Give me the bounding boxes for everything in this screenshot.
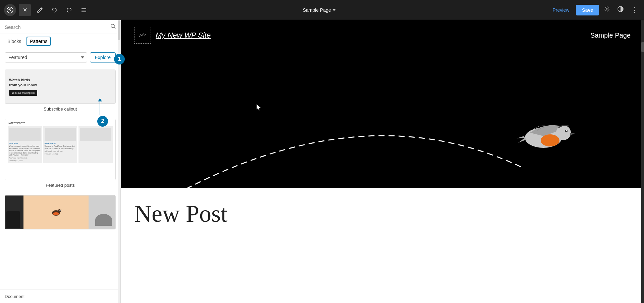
redo-button[interactable] [63, 4, 75, 16]
sidebar: 1 Blocks Patterns Featured Explore [0, 20, 121, 303]
featured-posts-preview: LATEST POSTS New Post When you see it, y… [5, 119, 115, 180]
fp-item-img-1 [9, 128, 41, 141]
fp-item-img-2 [45, 128, 76, 141]
explore-button[interactable]: Explore [90, 52, 116, 62]
search-input[interactable] [5, 24, 108, 30]
pattern-preview-birds [5, 195, 116, 229]
pattern-label-subscribe: Subscribe callout [5, 106, 116, 114]
subscribe-title: Watch birdsfrom your inbox [9, 78, 111, 87]
fp-item-title-2: Hello world! [45, 142, 76, 144]
undo-button[interactable] [48, 4, 60, 16]
fp-item-link-2: Add 'read more' link text. [45, 150, 76, 152]
category-select[interactable]: Featured [5, 52, 87, 62]
pattern-card-subscribe[interactable]: Watch birdsfrom your inbox Join our mail… [5, 70, 116, 114]
document-tab[interactable]: Document [5, 293, 24, 300]
site-logo [134, 27, 151, 44]
contrast-button[interactable] [615, 4, 626, 16]
logo-icon [139, 32, 147, 39]
sidebar-tabs: Blocks Patterns [0, 34, 120, 49]
canvas-hero: My New WP Site Sample Page [121, 20, 644, 188]
sidebar-content: Watch birdsfrom your inbox Join our mail… [0, 66, 120, 290]
toolbar-center: Sample Page [93, 7, 546, 13]
fp-item-1: New Post When you see it, you will know … [8, 126, 42, 163]
canvas-below: New Post [121, 188, 644, 303]
fp-item-3 [78, 126, 113, 163]
arrow-indicator [100, 98, 100, 115]
sample-page-link[interactable]: Sample Page [590, 32, 631, 39]
preview-button[interactable]: Preview [549, 5, 574, 15]
cursor [257, 104, 262, 112]
main-layout: 1 Blocks Patterns Featured Explore [0, 20, 644, 303]
edit-pencil-button[interactable] [34, 4, 46, 16]
fp-item-title-1: New Post [9, 142, 41, 144]
settings-button[interactable] [602, 4, 612, 16]
search-icon [110, 24, 116, 30]
svg-point-13 [541, 134, 559, 146]
birds-left-panel [5, 196, 23, 229]
site-title: My New WP Site [156, 31, 211, 40]
svg-line-7 [114, 27, 115, 29]
category-row: Featured Explore [0, 49, 120, 66]
fp-item-img-3 [80, 128, 111, 141]
new-post-title: New Post [134, 202, 631, 226]
tab-blocks[interactable]: Blocks [5, 37, 24, 46]
bird-svg [517, 114, 577, 158]
sidebar-bottom: Document [0, 290, 120, 303]
nav-label[interactable]: Sample Page [303, 7, 336, 13]
fp-grid: New Post When you see it, you will know … [8, 126, 113, 163]
bird-silhouette-right [95, 214, 112, 226]
fp-item-text-1: When you see it, you will know how easy … [9, 145, 41, 156]
pattern-label-birds [5, 231, 116, 234]
close-button[interactable]: ✕ [19, 4, 31, 16]
toolbar: ✕ Sample Page Preview [0, 0, 644, 20]
more-options-button[interactable]: ⋮ [629, 4, 640, 16]
badge-1: 1 [114, 54, 125, 64]
tab-patterns[interactable]: Patterns [26, 37, 51, 46]
birds-right-panel [89, 196, 115, 229]
svg-point-6 [111, 24, 114, 28]
cursor-arrow-icon [257, 104, 262, 111]
list-view-button[interactable] [78, 4, 90, 16]
toolbar-right: Preview Save ⋮ [549, 4, 640, 16]
fp-header: LATEST POSTS [8, 122, 113, 124]
fp-item-text-2: Welcome to WordPress. This is your first… [45, 145, 76, 149]
subscribe-cta: Join our mailing list [9, 90, 37, 96]
sidebar-scrollbar-thumb [118, 20, 120, 40]
birds-preview [5, 196, 115, 229]
pattern-card-featured-posts[interactable]: LATEST POSTS New Post When you see it, y… [5, 119, 116, 190]
fp-item-link-1: Add 'read more' link text. [9, 157, 41, 159]
badge-2: 2 [97, 116, 108, 127]
svg-point-15 [566, 130, 567, 131]
site-nav: My New WP Site Sample Page [121, 20, 644, 50]
save-button[interactable]: Save [576, 5, 599, 15]
content-area: My New WP Site Sample Page [121, 20, 644, 303]
bird-silhouette-left [6, 211, 20, 228]
bird-illustration [517, 114, 577, 159]
pattern-card-birds[interactable] [5, 195, 116, 234]
fp-item-date-2: February 12, 2022 [45, 153, 76, 155]
bird-center-svg [49, 208, 63, 217]
wp-logo-button[interactable] [4, 4, 16, 16]
arrow-head [98, 98, 102, 101]
fp-item-date-1: February 12, 2022 [9, 160, 41, 162]
birds-center-panel [23, 196, 89, 229]
pattern-label-featured-posts: Featured posts [5, 182, 116, 190]
fp-item-2: Hello world! Welcome to WordPress. This … [43, 126, 77, 163]
search-bar [0, 20, 120, 34]
svg-point-10 [53, 212, 59, 215]
svg-point-4 [606, 8, 608, 10]
pattern-preview-featured-posts: LATEST POSTS New Post When you see it, y… [5, 119, 116, 180]
